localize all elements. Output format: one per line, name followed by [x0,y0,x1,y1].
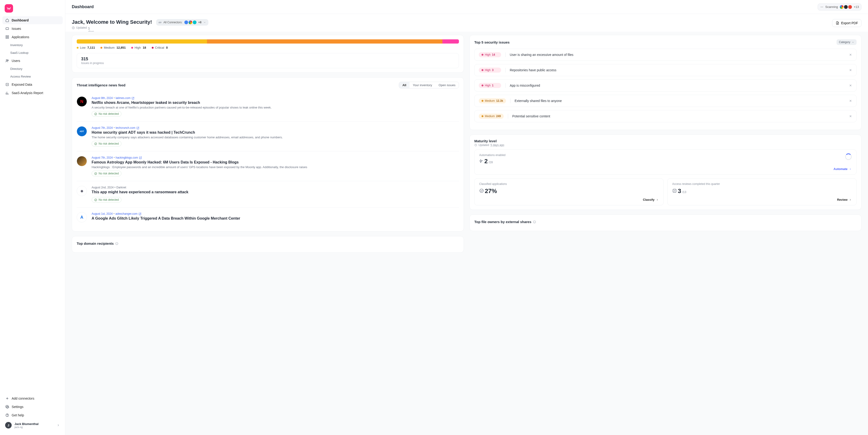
dismiss-button[interactable] [849,84,852,87]
top-domain-recipients-card: Top domain recipients [72,236,464,253]
news-headline: Home security giant ADT says it was hack… [92,130,459,135]
sidebar-footer: Add connectors Settings Get help J Jack … [0,395,65,431]
news-feed-title: Threat intelligence news feed [77,83,125,87]
export-pdf-button[interactable]: Export PDF [832,19,862,27]
issue-text: Potential sensitive content [512,114,845,118]
sidebar-item-directory[interactable]: Directory [2,65,63,72]
sidebar-item-label: Directory [10,67,22,71]
access-reviews-card: Access reviews completed this quarter 3 … [667,178,857,205]
risk-pill: No risk detected [92,141,121,146]
check-circle-icon [94,198,97,201]
news-row[interactable]: ADT August 7th, 2024 • techcrunch.com Ho… [77,122,459,152]
dismiss-button[interactable] [849,114,852,118]
page-title: Dashboard [72,4,94,9]
external-link-icon [131,97,134,100]
connectors-pill[interactable]: All Connectors: +8 [156,19,208,26]
dismiss-button[interactable] [849,68,852,72]
security-issue-row[interactable]: Medium 12.3k Externally shared files to … [474,95,857,107]
legend-medium: Medium12,851 [100,46,126,49]
svg-point-11 [821,7,821,7]
severity-count: 1 [492,84,494,87]
svg-rect-2 [7,36,9,37]
connector-chip-icon [193,21,196,24]
tab-all[interactable]: All [399,82,409,88]
sidebar-item-exposed-data[interactable]: Exposed Data [2,80,63,89]
close-icon [849,99,852,102]
news-desc: The home security company says attackers… [92,136,459,139]
news-row[interactable]: ⎈ August 2nd, 2024 • Darknet This app mi… [77,181,459,207]
sidebar-item-label: Get help [12,413,24,417]
google-icon [189,21,192,24]
severity-dot-icon [482,54,484,56]
reviews-label: Access reviews completed this quarter [672,182,852,186]
svg-point-17 [95,172,97,175]
issues-in-progress-card[interactable]: 315 Issues in progress [77,53,459,68]
gear-icon [5,405,9,409]
reviews-value: 3 /13 [672,188,852,195]
sidebar-user[interactable]: J Jack Blumenthal jack-ng [2,420,63,431]
news-source-icon: ⎈ [77,186,87,196]
svg-point-21 [480,189,484,193]
chart-icon [5,91,9,95]
sidebar-item-dashboard[interactable]: Dashboard [2,16,63,24]
dismiss-button[interactable] [849,99,852,102]
gmail-icon [848,5,852,9]
risk-pill: No risk detected [92,171,121,176]
svg-point-16 [95,142,97,145]
issues-legend: Low7,111 Medium12,851 High18 Critical0 [77,46,459,49]
severity-label: Medium [485,99,495,102]
security-issue-row[interactable]: High 3 Repositories have public access [474,64,857,76]
news-meta: August 1st, 2024 • adexchanger.com [92,212,459,215]
sidebar-item-access-review[interactable]: Access Review [2,73,63,80]
right-column: Top 5 security issues Category High 14 U… [469,35,862,429]
info-icon[interactable] [533,220,536,224]
severity-pill: Medium 249 [479,114,504,119]
sidebar-item-settings[interactable]: Settings [2,403,63,411]
sidebar-item-saas-lookup[interactable]: SaaS Lookup [2,49,63,56]
severity-label: High [485,53,491,56]
classified-value: 27% [479,188,659,195]
security-issue-row[interactable]: High 14 User is sharing an excessive amo… [474,49,857,61]
news-row[interactable]: A August 1st, 2024 • adexchanger.com A G… [77,207,459,227]
news-row[interactable]: N August 8th, 2024 • latimes.com Netflix… [77,92,459,122]
news-source[interactable]: adexchanger.com [115,212,137,215]
sidebar-item-help[interactable]: Get help [2,411,63,419]
svg-point-10 [7,416,7,416]
sidebar-item-issues[interactable]: Issues [2,25,63,33]
sidebar-item-label: SaaS Analysis Report [12,91,43,95]
automate-action[interactable]: Automate [834,167,852,171]
help-icon [5,413,9,417]
dismiss-button[interactable] [849,53,852,56]
check-circle-icon [94,172,97,175]
tab-open-issues[interactable]: Open issues [435,82,459,88]
issues-overview-card: Low7,111 Medium12,851 High18 Critical0 3… [72,35,464,73]
news-headline: Netflix shows Arcane, Heartstopper leake… [92,101,459,105]
news-row[interactable]: August 7th, 2024 • hackingblogs.com Famo… [77,152,459,181]
news-source[interactable]: techcrunch.com [116,126,135,130]
news-source[interactable]: Darknet [116,186,126,189]
google-icon [840,5,843,9]
category-sort[interactable]: Category [837,39,857,45]
sidebar-item-saas-report[interactable]: SaaS Analysis Report [2,89,63,97]
classify-action[interactable]: Classify [643,198,659,201]
top-file-owners-card: Top file owners by external shares [469,214,862,231]
sidebar-item-add-connectors[interactable]: Add connectors [2,395,63,402]
close-icon [849,53,852,56]
sidebar-item-applications[interactable]: Applications [2,33,63,41]
close-icon [849,68,852,72]
tab-inventory[interactable]: Your inventory [409,82,435,88]
security-issue-row[interactable]: High 1 App is misconfigured [474,79,857,92]
news-source[interactable]: latimes.com [116,96,130,100]
legend-low: Low7,111 [77,46,95,49]
review-action[interactable]: Review [837,198,852,201]
svg-point-5 [6,60,7,61]
news-source[interactable]: hackingblogs.com [116,156,138,159]
sidebar-item-label: Add connectors [12,397,34,400]
info-icon[interactable] [115,242,118,245]
security-issue-row[interactable]: Medium 249 Potential sensitive content [474,110,857,122]
scanning-pill[interactable]: Scanning +13 [818,3,862,10]
apps-icon [5,35,9,39]
sidebar-item-users[interactable]: Users [2,57,63,65]
sidebar-item-inventory[interactable]: Inventory [2,41,63,49]
issue-text: App is misconfigured [510,83,845,87]
